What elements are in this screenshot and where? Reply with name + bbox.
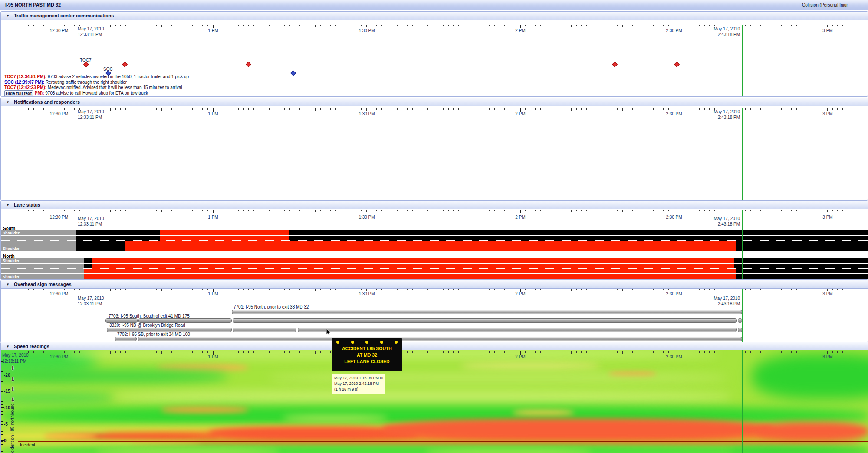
toc7-event-marker[interactable] (246, 62, 251, 67)
collapse-arrow-icon[interactable]: ▼ (6, 282, 10, 286)
collapse-arrow-icon[interactable]: ▼ (6, 345, 10, 348)
speed-heat-blob (1, 434, 96, 438)
event-close-line (742, 210, 743, 279)
section-responders: ▼ Notifications and responders 12:30 PM1… (0, 98, 868, 200)
sign-message-bar[interactable] (105, 318, 138, 323)
speed-yaxis-label: -20 (4, 373, 10, 378)
sign-message-bar[interactable] (115, 337, 137, 341)
speed-heat-blob (157, 365, 248, 370)
incident-label: Incident (20, 443, 35, 447)
timeline-major-tick (828, 210, 828, 213)
lane-marking-dashes (1, 268, 868, 269)
lane-status-segment[interactable] (92, 258, 734, 263)
event-end-time-label: 2:43:18 PM (711, 302, 740, 306)
comm-log-source: SOC (12:39:07 PM): (4, 80, 46, 85)
sign-beacon-dot (336, 341, 339, 344)
speed-heat-blob (161, 407, 248, 413)
speed-heatmap[interactable] (1, 350, 868, 453)
timeline-tick-label: 1:30 PM (358, 28, 375, 33)
event-close-line (742, 289, 743, 342)
section-header-responders[interactable]: ▼ Notifications and responders (1, 98, 868, 106)
timeline-tick-label: 1 PM (208, 355, 218, 359)
event-start-time-label: 12:33:11 PM (78, 115, 102, 120)
tooltip-line: (1 h 26 m 9 s) (334, 387, 383, 392)
comm-log-text: Rerouting traffic through the right shou… (46, 80, 127, 85)
timeline-tick-label: 3 PM (822, 292, 832, 296)
lane-status-segment[interactable] (76, 241, 125, 246)
timeline-major-tick (674, 25, 674, 28)
section-header-lane-status[interactable]: ▼ Lane status (1, 201, 868, 209)
lane-status-segment[interactable] (160, 230, 289, 235)
toc7-event-marker[interactable] (83, 62, 89, 67)
section-title: Traffic management center communications (14, 13, 114, 18)
lane-status-segment[interactable] (1, 241, 76, 246)
lane-status-segment[interactable] (736, 246, 868, 251)
section-header-communications[interactable]: ▼ Traffic management center communicatio… (1, 12, 868, 20)
section-header-speed-readings[interactable]: ▼ Speed readings (1, 342, 868, 351)
sign-message-bar[interactable] (233, 328, 296, 332)
lane-status-segment[interactable] (125, 246, 736, 251)
sign-label: 7703: I-95 South, South of exit 41 MD 17… (108, 314, 190, 318)
sign-message-bar[interactable] (738, 328, 742, 332)
sign-beacon-dot (395, 341, 398, 344)
toc7-event-marker[interactable] (612, 62, 618, 67)
lane-status-segment[interactable] (734, 258, 868, 263)
hide-full-text-button[interactable]: Hide full text (4, 90, 33, 96)
lane-status-segment[interactable] (289, 230, 868, 235)
timeline-tick-label: 3 PM (822, 215, 832, 220)
event-end-time-label: 2:43:18 PM (711, 115, 740, 120)
sign-label: 3320: I-95 NB @ Brooklyn Bridge Road (109, 323, 185, 328)
sign-message-bar[interactable] (138, 318, 232, 323)
lane-status-segment[interactable] (736, 269, 868, 273)
timeline-major-tick (674, 108, 674, 112)
speed-start-time-label: 12:18:11 PM (2, 359, 26, 364)
lane-status-segment[interactable] (736, 241, 868, 246)
lane-status-segment[interactable] (84, 269, 736, 273)
incident-location-line (18, 441, 868, 442)
timeline-major-tick (674, 210, 674, 213)
event-close-line (742, 350, 743, 453)
speed-heat-blob (1, 393, 114, 403)
collapse-arrow-icon[interactable]: ▼ (6, 14, 10, 18)
toc7-event-marker[interactable] (122, 62, 128, 67)
corridor-rotated-label: Incident on I-95 northbound (10, 382, 15, 453)
toc7-event-marker[interactable] (674, 62, 680, 67)
section-lane-status: ▼ Lane status 12:30 PM1 PM1:30 PM2 PM2:3… (0, 200, 868, 280)
mouse-cursor-icon (326, 328, 332, 336)
section-header-overhead-signs[interactable]: ▼ Overhead sign messages (1, 280, 868, 289)
timeline-major-tick (213, 210, 214, 213)
sign-message-bar[interactable] (233, 318, 737, 323)
speed-heat-blob (752, 354, 868, 399)
speed-heat-blob (461, 363, 600, 369)
sign-message-bar[interactable] (738, 318, 742, 323)
speed-start-date-label: May 17, 2010 (2, 353, 29, 358)
sign-beacon-dot (380, 341, 383, 344)
collapse-arrow-icon[interactable]: ▼ (6, 203, 10, 207)
lane-status-segment[interactable] (1, 269, 84, 273)
timeline-tick-label: 1:30 PM (358, 292, 375, 296)
timeline-tick-label: 2:30 PM (666, 215, 682, 220)
lane-status-segment[interactable] (736, 274, 868, 279)
sign-message-bar[interactable] (138, 337, 742, 341)
sign-message-bar[interactable] (232, 310, 742, 314)
section-speed-readings: ▼ Speed readings 12:30 PM1 PM2 PM2:30 PM… (0, 342, 868, 453)
timeline-major-tick (213, 351, 214, 355)
timeline-major-tick (828, 25, 828, 28)
sign-message-bar[interactable] (298, 328, 737, 332)
lane-status-segment[interactable] (76, 246, 125, 251)
lane-status-segment[interactable] (76, 230, 160, 235)
cursor-time-line (330, 350, 330, 453)
timeline-tick-label: 2:30 PM (666, 112, 682, 116)
lane-status-segment[interactable] (84, 258, 92, 263)
event-open-line (76, 350, 76, 453)
timeline-major-tick (520, 25, 521, 28)
lane-status-segment[interactable] (84, 274, 736, 279)
timeline-major-tick (520, 108, 521, 112)
lane-status-segment[interactable] (125, 241, 736, 246)
event-start-date-label: May 17, 2010 (78, 109, 104, 114)
timeline-tick-label: 2 PM (515, 112, 525, 116)
soc-event-marker[interactable] (290, 70, 296, 76)
collapse-arrow-icon[interactable]: ▼ (6, 100, 10, 104)
sign-message-bar[interactable] (107, 328, 232, 332)
timeline-major-tick (367, 210, 367, 213)
